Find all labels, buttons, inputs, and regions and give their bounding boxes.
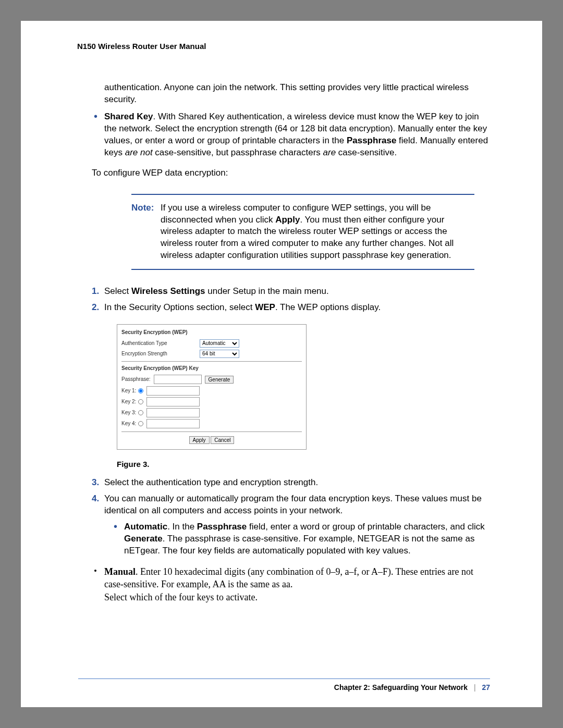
key2-radio[interactable] [138,399,143,404]
lead-in-paragraph: To configure WEP data encryption: [92,167,490,179]
key4-label: Key 4: [121,420,136,427]
shot-auth-label: Authentication Type [121,340,200,347]
key4-input[interactable] [146,419,200,428]
enc-strength-select[interactable]: 64 bit [200,350,239,358]
key1-input[interactable] [146,386,200,396]
page-header: N150 Wireless Router User Manual [77,42,500,51]
manual-bullet-list: Manual. Enter 10 hexadecimal digits (any… [92,565,490,603]
shot-enc-label: Encryption Strength [121,350,200,357]
continuation-paragraph: authentication. Anyone can join the netw… [104,82,490,106]
bullet-list: Shared Key. With Shared Key authenticati… [92,111,490,159]
body-content: authentication. Anyone can join the netw… [92,82,490,603]
passphrase-term: Passphrase [347,135,396,145]
footer-chapter: Chapter 2: Safeguarding Your Network [334,683,468,692]
key2-label: Key 2: [121,398,136,405]
key1-radio[interactable] [138,388,143,393]
note-block: Note: If you use a wireless computer to … [131,194,474,270]
footer-page-number: 27 [482,683,490,692]
key1-label: Key 1: [121,387,136,394]
generate-button[interactable]: Generate [205,376,234,384]
step-4: 4. You can manually or automatically pro… [92,493,490,557]
shot-divider-2 [121,431,302,432]
shot-section-title-2: Security Encryption (WEP) Key [121,365,302,372]
footer-separator: | [474,683,476,692]
auth-type-select[interactable]: Automatic [200,339,239,348]
bullet-manual: Manual. Enter 10 hexadecimal digits (any… [92,565,490,603]
figure-caption: Figure 3. [117,459,490,470]
bullet-automatic: Automatic. In the Passphrase field, ente… [112,521,490,557]
step-1: 1. Select Wireless Settings under Setup … [92,286,490,298]
steps-list: 1. Select Wireless Settings under Setup … [92,286,490,557]
key2-input[interactable] [146,397,200,406]
key3-input[interactable] [146,408,200,417]
shot-section-title-1: Security Encryption (WEP) [121,329,302,336]
shared-key-label: Shared Key [104,112,153,121]
apply-button[interactable]: Apply [189,436,210,444]
document-page: N150 Wireless Router User Manual authent… [21,21,542,707]
screenshot-wep-settings: Security Encryption (WEP) Authentication… [117,324,307,450]
figure-3: Security Encryption (WEP) Authentication… [117,324,490,450]
shot-pass-label: Passphrase: [121,376,151,383]
bullet-shared-key: Shared Key. With Shared Key authenticati… [92,111,490,159]
key4-radio[interactable] [138,421,143,426]
cancel-button[interactable]: Cancel [211,436,234,444]
page-footer: Chapter 2: Safeguarding Your Network | 2… [78,678,490,692]
key3-radio[interactable] [138,410,143,415]
step-3: 3. Select the authentication type and en… [92,477,490,489]
step4-sublist: Automatic. In the Passphrase field, ente… [112,521,490,557]
passphrase-input[interactable] [154,375,202,384]
note-label: Note: [131,203,154,213]
key3-label: Key 3: [121,409,136,416]
step-2: 2. In the Security Options section, sele… [92,302,490,470]
shot-divider-1 [121,361,302,362]
